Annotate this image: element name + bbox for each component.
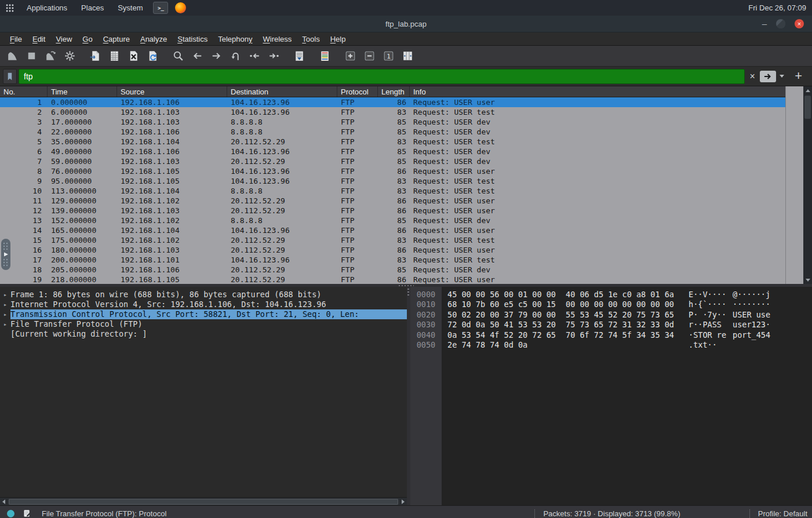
restore-button[interactable] bbox=[776, 19, 785, 28]
detail-line[interactable]: ▸Internet Protocol Version 4, Src: 192.1… bbox=[0, 300, 407, 309]
scroll-down-icon[interactable] bbox=[803, 276, 812, 284]
expander-icon[interactable]: ▸ bbox=[0, 319, 10, 329]
last-packet-icon[interactable] bbox=[265, 48, 282, 64]
hex-row[interactable]: 00400a 53 54 4f 52 20 72 6570 6f 72 74 5… bbox=[410, 330, 812, 340]
first-packet-icon[interactable] bbox=[246, 48, 263, 64]
zoom-out-icon[interactable] bbox=[361, 48, 378, 64]
details-horizontal-scrollbar[interactable] bbox=[0, 497, 407, 505]
applications-menu[interactable]: Applications bbox=[20, 3, 74, 12]
save-file-icon[interactable] bbox=[105, 48, 123, 64]
go-back-icon[interactable] bbox=[188, 48, 206, 64]
stop-capture-icon[interactable] bbox=[23, 48, 40, 64]
packet-row[interactable]: 26.000000192.168.1.103104.16.123.96FTP83… bbox=[0, 107, 785, 117]
horizontal-splitter[interactable] bbox=[0, 284, 812, 287]
menu-go[interactable]: Go bbox=[77, 34, 97, 45]
go-forward-icon[interactable] bbox=[207, 48, 225, 64]
packet-row[interactable]: 995.000000192.168.1.105104.16.123.96FTP8… bbox=[0, 176, 785, 186]
menu-tools[interactable]: Tools bbox=[297, 34, 325, 45]
resize-columns-icon[interactable] bbox=[399, 48, 416, 64]
column-header-length[interactable]: Length bbox=[378, 86, 410, 97]
screen-edge-panel-handle[interactable] bbox=[1, 239, 10, 270]
open-file-icon[interactable] bbox=[86, 48, 104, 64]
packet-row[interactable]: 18205.000000192.168.1.10620.112.52.29FTP… bbox=[0, 265, 785, 275]
column-header-no[interactable]: No. bbox=[0, 86, 48, 97]
auto-scroll-icon[interactable] bbox=[290, 48, 308, 64]
filter-add-button[interactable]: + bbox=[788, 68, 809, 85]
packet-row[interactable]: 10113.000000192.168.1.1048.8.8.8FTP83Req… bbox=[0, 186, 785, 196]
packet-row[interactable]: 649.000000192.168.1.106104.16.123.96FTP8… bbox=[0, 147, 785, 156]
menu-capture[interactable]: Capture bbox=[98, 34, 135, 45]
filter-dropdown-caret-icon[interactable] bbox=[778, 75, 786, 78]
packet-row[interactable]: 876.000000192.168.1.105104.16.123.96FTP8… bbox=[0, 166, 785, 176]
scrollbar-thumb[interactable] bbox=[9, 499, 398, 505]
column-header-info[interactable]: Info bbox=[410, 86, 785, 97]
packet-row[interactable]: 12139.000000192.168.1.10320.112.52.29FTP… bbox=[0, 206, 785, 216]
restart-capture-icon[interactable] bbox=[42, 48, 59, 64]
packet-row[interactable]: 13152.000000192.168.1.1028.8.8.8FTP85Req… bbox=[0, 216, 785, 225]
packet-row[interactable]: 10.000000192.168.1.106104.16.123.96FTP86… bbox=[0, 97, 785, 107]
app-grid-icon[interactable] bbox=[5, 3, 15, 13]
close-file-icon[interactable] bbox=[125, 48, 142, 64]
menu-help[interactable]: Help bbox=[325, 34, 351, 45]
expert-info-icon[interactable] bbox=[7, 510, 14, 517]
start-capture-icon[interactable] bbox=[3, 48, 21, 64]
menu-analyze[interactable]: Analyze bbox=[135, 34, 172, 45]
hex-row[interactable]: 002050 02 20 00 37 79 00 0055 53 45 52 2… bbox=[410, 310, 812, 320]
filter-bookmark-button[interactable] bbox=[3, 69, 17, 84]
packet-row[interactable]: 19218.000000192.168.1.10520.112.52.29FTP… bbox=[0, 275, 785, 284]
colorize-icon[interactable] bbox=[316, 48, 333, 64]
capture-options-icon[interactable] bbox=[61, 48, 78, 64]
expander-icon[interactable]: ▸ bbox=[0, 309, 10, 319]
zoom-in-icon[interactable] bbox=[341, 48, 359, 64]
menu-file[interactable]: File bbox=[5, 34, 27, 45]
packet-row[interactable]: 11129.000000192.168.1.10220.112.52.29FTP… bbox=[0, 196, 785, 206]
scroll-left-icon[interactable] bbox=[0, 499, 8, 504]
packet-row[interactable]: 317.000000192.168.1.1038.8.8.8FTP85Reque… bbox=[0, 117, 785, 127]
reload-file-icon[interactable] bbox=[144, 48, 161, 64]
packet-row[interactable]: 422.000000192.168.1.1068.8.8.8FTP85Reque… bbox=[0, 127, 785, 137]
zoom-original-icon[interactable]: 1 bbox=[380, 48, 397, 64]
hex-row[interactable]: 001068 10 7b 60 e5 c5 00 1500 00 00 00 0… bbox=[410, 300, 812, 309]
column-header-protocol[interactable]: Protocol bbox=[337, 86, 378, 97]
filter-apply-button[interactable] bbox=[760, 71, 776, 82]
packet-row[interactable]: 535.000000192.168.1.10420.112.52.29FTP83… bbox=[0, 137, 785, 147]
column-header-destination[interactable]: Destination bbox=[227, 86, 337, 97]
detail-line[interactable]: ▸Frame 1: 86 bytes on wire (688 bits), 8… bbox=[0, 290, 407, 300]
display-filter-input[interactable] bbox=[19, 69, 745, 84]
vertical-splitter[interactable] bbox=[407, 287, 410, 505]
menu-telephony[interactable]: Telephony bbox=[213, 34, 257, 45]
firefox-launcher-icon[interactable] bbox=[175, 2, 186, 13]
hex-row[interactable]: 000045 00 00 56 00 01 00 0040 06 d5 1e c… bbox=[410, 290, 812, 300]
minimize-button[interactable]: – bbox=[762, 21, 767, 27]
scroll-up-icon[interactable] bbox=[803, 86, 812, 94]
terminal-launcher-icon[interactable]: >_ bbox=[153, 2, 168, 14]
find-packet-icon[interactable] bbox=[169, 48, 187, 64]
filter-clear-icon[interactable]: × bbox=[747, 71, 758, 82]
go-to-packet-icon[interactable] bbox=[227, 48, 244, 64]
menu-view[interactable]: View bbox=[50, 34, 77, 45]
hex-row[interactable]: 003072 0d 0a 50 41 53 53 2075 73 65 72 3… bbox=[410, 320, 812, 330]
scroll-right-icon[interactable] bbox=[399, 499, 407, 504]
close-button[interactable]: × bbox=[795, 19, 804, 28]
detail-line[interactable]: ▸File Transfer Protocol (FTP) bbox=[0, 319, 407, 329]
profile-status[interactable]: Profile: Default bbox=[758, 509, 812, 518]
places-menu[interactable]: Places bbox=[74, 3, 111, 12]
packet-row[interactable]: 17200.000000192.168.1.101104.16.123.96FT… bbox=[0, 255, 785, 265]
menu-edit[interactable]: Edit bbox=[27, 34, 50, 45]
packet-row[interactable]: 759.000000192.168.1.10320.112.52.29FTP85… bbox=[0, 156, 785, 166]
expander-icon[interactable]: ▸ bbox=[0, 290, 10, 300]
detail-line[interactable]: [Current working directory: ] bbox=[0, 329, 407, 339]
packet-row[interactable]: 15175.000000192.168.1.10220.112.52.29FTP… bbox=[0, 235, 785, 245]
column-header-time[interactable]: Time bbox=[48, 86, 117, 97]
system-menu[interactable]: System bbox=[111, 3, 150, 12]
hex-row[interactable]: 00502e 74 78 74 0d 0a.txt·· bbox=[410, 340, 812, 350]
packet-row[interactable]: 14165.000000192.168.1.104104.16.123.96FT… bbox=[0, 225, 785, 235]
expander-icon[interactable]: ▸ bbox=[0, 300, 10, 309]
capture-comment-icon[interactable] bbox=[23, 509, 31, 518]
scrollbar-thumb[interactable] bbox=[804, 96, 811, 119]
menu-wireless[interactable]: Wireless bbox=[258, 34, 297, 45]
clock[interactable]: Fri Dec 26, 07:09 bbox=[748, 3, 812, 12]
packet-row[interactable]: 16180.000000192.168.1.10320.112.52.29FTP… bbox=[0, 245, 785, 255]
column-header-source[interactable]: Source bbox=[117, 86, 227, 97]
packet-list-scrollbar[interactable] bbox=[803, 86, 812, 284]
